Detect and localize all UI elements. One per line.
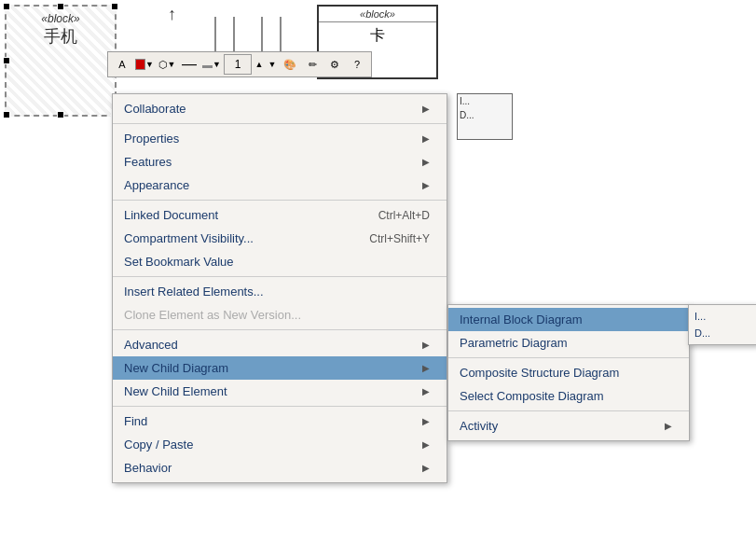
separator-line-1 <box>214 17 216 54</box>
handle-tr[interactable] <box>111 3 118 10</box>
shortcut-compartment: Ctrl+Shift+Y <box>369 232 430 245</box>
shortcut-linked-doc: Ctrl+Alt+D <box>378 209 430 222</box>
arrow-icon: ▶ <box>422 416 430 426</box>
arrow-icon: ▶ <box>422 180 430 190</box>
menu-item-new-child-element[interactable]: New Child Element ▶ <box>113 380 447 403</box>
toolbar-num-input[interactable]: 1 <box>224 54 252 75</box>
arrow-icon: ▶ <box>422 340 430 350</box>
toolbar-color-button[interactable]: ▼ <box>134 54 155 75</box>
submenu-item-parametric[interactable]: Parametric Diagram <box>448 331 689 354</box>
submenu-item-internal-block[interactable]: Internal Block Diagram <box>448 308 689 331</box>
menu-item-linked-doc[interactable]: Linked Document Ctrl+Alt+D <box>113 203 447 227</box>
toolbar-font-button[interactable]: A <box>112 54 132 75</box>
arrow-icon: ▶ <box>422 386 430 396</box>
separator-2 <box>113 200 447 201</box>
toolbar-pen-button[interactable]: ✏ <box>302 54 323 75</box>
submenu-new-child-diagram: Internal Block Diagram Parametric Diagra… <box>447 304 690 441</box>
inner-block-sublabel: D... <box>458 108 512 122</box>
right-panel-item-1[interactable]: I... <box>689 308 756 325</box>
arrow-up-icon: ↑ <box>168 5 176 24</box>
toolbar-shape-button[interactable]: ⬡▼ <box>157 54 177 75</box>
block-right-label: «block» <box>319 7 436 22</box>
menu-item-new-child-diagram[interactable]: New Child Diagram ▶ <box>113 356 447 380</box>
arrow-icon: ▶ <box>422 104 430 114</box>
menu-item-clone: Clone Element as New Version... <box>113 303 447 327</box>
menu-item-copy-paste[interactable]: Copy / Paste ▶ <box>113 433 447 456</box>
separator-line-2 <box>233 17 235 54</box>
menu-item-advanced[interactable]: Advanced ▶ <box>113 333 447 356</box>
submenu-item-select-composite[interactable]: Select Composite Diagram <box>448 384 689 408</box>
right-panel-hint: I... D... <box>688 304 756 345</box>
handle-tl[interactable] <box>3 3 10 10</box>
block-right-name: 卡 <box>319 22 436 49</box>
arrow-icon: ▶ <box>665 421 672 431</box>
handle-tm[interactable] <box>57 3 64 10</box>
handle-bm[interactable] <box>57 111 64 118</box>
toolbar-spin-down[interactable]: ▼ <box>267 54 278 75</box>
menu-item-properties[interactable]: Properties ▶ <box>113 127 447 150</box>
right-panel-item-2[interactable]: D... <box>689 325 756 341</box>
block-left-label: «block» <box>7 12 115 25</box>
menu-item-insert-related[interactable]: Insert Related Elements... <box>113 280 447 303</box>
toolbar-spin-up[interactable]: ▲ <box>254 54 265 75</box>
arrow-icon: ▶ <box>422 439 430 450</box>
menu-item-find[interactable]: Find ▶ <box>113 410 447 433</box>
menu-item-bookmark[interactable]: Set Bookmark Value <box>113 250 447 273</box>
block-left-name: 手机 <box>7 25 115 48</box>
handle-bl[interactable] <box>3 111 10 118</box>
separator-5 <box>113 406 447 407</box>
menu-item-compartment[interactable]: Compartment Visibility... Ctrl+Shift+Y <box>113 227 447 250</box>
separator-line-3 <box>261 17 263 54</box>
toolbar: A ▼ ⬡▼ — ▼ 1 ▲ ▼ 🎨 ✏ ⚙ ? <box>107 51 372 77</box>
toolbar-settings-button[interactable]: ⚙ <box>324 54 345 75</box>
submenu-separator-1 <box>448 357 689 358</box>
submenu-item-composite-structure[interactable]: Composite Structure Diagram <box>448 361 689 384</box>
menu-item-features[interactable]: Features ▶ <box>113 150 447 174</box>
menu-item-collaborate[interactable]: Collaborate ▶ <box>113 97 447 120</box>
toolbar-line-color-button[interactable]: ▼ <box>201 54 222 75</box>
menu-item-appearance[interactable]: Appearance ▶ <box>113 174 447 197</box>
submenu-separator-2 <box>448 410 689 411</box>
toolbar-line-button[interactable]: — <box>179 54 199 75</box>
handle-ml[interactable] <box>3 57 10 64</box>
context-menu: Collaborate ▶ Properties ▶ Features ▶ Ap… <box>112 93 447 483</box>
block-left[interactable]: «block» 手机 <box>5 5 117 117</box>
inner-block-label: I... <box>458 94 512 108</box>
arrow-icon: ▶ <box>422 363 430 373</box>
arrow-icon: ▶ <box>422 157 430 167</box>
arrow-icon: ▶ <box>422 463 430 473</box>
menu-item-behavior[interactable]: Behavior ▶ <box>113 456 447 479</box>
separator-3 <box>113 276 447 277</box>
toolbar-help-button[interactable]: ? <box>347 54 367 75</box>
arrow-icon: ▶ <box>422 133 430 144</box>
toolbar-paint-button[interactable]: 🎨 <box>280 54 300 75</box>
separator-4 <box>113 329 447 330</box>
inner-block[interactable]: I... D... <box>457 93 513 140</box>
submenu-item-activity[interactable]: Activity ▶ <box>448 414 689 438</box>
separator-1 <box>113 123 447 124</box>
separator-line-4 <box>280 17 282 54</box>
